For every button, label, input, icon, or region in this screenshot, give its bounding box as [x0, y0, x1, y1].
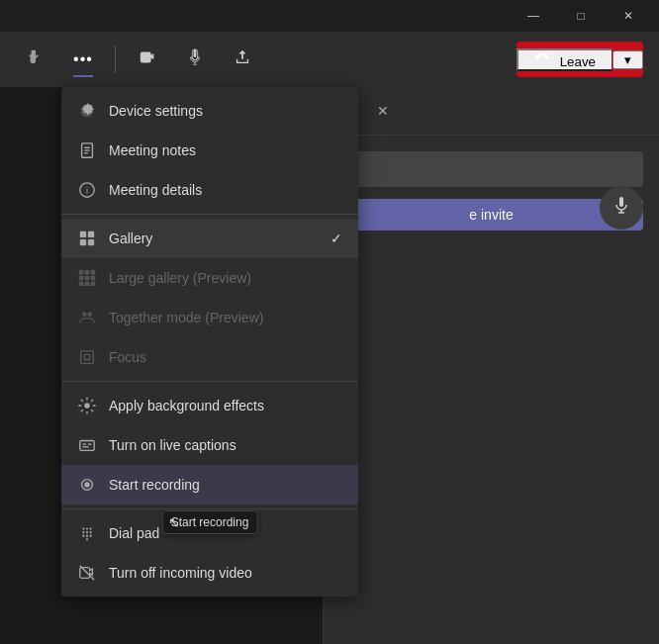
menu-item-focus: Focus [61, 337, 358, 377]
svg-rect-0 [194, 48, 197, 56]
background-effects-icon [77, 396, 97, 415]
svg-rect-10 [80, 231, 86, 237]
side-panel: ••• ✕ e invite [323, 87, 659, 644]
close-button[interactable]: ✕ [606, 0, 651, 32]
svg-rect-20 [79, 282, 84, 287]
video-icon [139, 48, 156, 71]
svg-rect-14 [79, 270, 84, 275]
svg-rect-12 [80, 239, 86, 245]
toolbar: ••• [0, 32, 659, 87]
svg-point-23 [82, 312, 87, 317]
focus-label: Focus [109, 349, 342, 365]
menu-item-device-settings[interactable]: Device settings [61, 91, 358, 131]
menu-divider-8 [61, 381, 358, 382]
svg-rect-25 [81, 351, 94, 364]
menu-item-meeting-details[interactable]: iMeeting details [61, 170, 358, 210]
svg-rect-28 [80, 441, 94, 451]
meeting-details-icon: i [77, 180, 97, 200]
svg-rect-13 [88, 239, 94, 245]
video-button[interactable] [128, 40, 167, 79]
svg-rect-22 [91, 282, 96, 287]
mic-button[interactable] [175, 40, 215, 79]
menu-item-turn-off-video[interactable]: Turn off incoming video [61, 553, 358, 593]
svg-rect-15 [85, 270, 90, 275]
more-icon: ••• [73, 50, 93, 68]
panel-mic-button[interactable] [600, 186, 643, 230]
menu-divider-3 [61, 214, 358, 215]
menu-item-large-gallery: Large gallery (Preview) [61, 258, 358, 298]
svg-rect-19 [91, 276, 96, 281]
large-gallery-icon [77, 268, 97, 288]
start-recording-tooltip: Start recording [162, 510, 258, 534]
phone-icon [534, 54, 554, 69]
svg-rect-16 [91, 270, 96, 275]
svg-point-37 [82, 531, 84, 533]
svg-point-40 [82, 535, 84, 537]
menu-item-background-effects[interactable]: Apply background effects [61, 386, 358, 425]
together-mode-label: Together mode (Preview) [109, 310, 342, 325]
gallery-label: Gallery [109, 230, 342, 246]
svg-point-41 [86, 535, 88, 537]
more-button[interactable]: ••• [63, 40, 103, 79]
start-recording-label: Start recording [109, 477, 342, 493]
menu-item-meeting-notes[interactable]: Meeting notes [61, 131, 358, 170]
panel-mic-icon [612, 196, 631, 221]
turn-off-video-label: Turn off incoming video [109, 565, 342, 581]
share-icon [234, 48, 251, 71]
svg-point-42 [90, 535, 92, 537]
menu-item-start-recording[interactable]: Start recordingStart recording [61, 465, 358, 505]
svg-point-24 [87, 312, 92, 317]
dropdown-menu: Device settingsMeeting notesiMeeting det… [61, 87, 358, 597]
dial-pad-icon [77, 523, 97, 543]
svg-point-34 [82, 527, 84, 529]
leave-main-button[interactable]: Leave [517, 48, 612, 71]
svg-rect-26 [84, 354, 89, 359]
svg-point-27 [84, 403, 89, 408]
invite-bar [339, 151, 643, 187]
menu-item-live-captions[interactable]: Turn on live captions [61, 425, 358, 465]
maximize-button[interactable]: □ [558, 0, 604, 32]
separator-1 [115, 46, 116, 73]
share-button[interactable] [223, 40, 262, 79]
svg-point-38 [86, 531, 88, 533]
menu-divider-12 [61, 508, 358, 509]
device-settings-label: Device settings [109, 103, 342, 119]
menu-item-gallery[interactable]: Gallery✓ [61, 219, 358, 258]
gallery-checkmark: ✓ [330, 230, 342, 246]
svg-text:i: i [86, 186, 88, 196]
leave-arrow-button[interactable]: ▾ [612, 50, 643, 69]
turn-off-video-icon [77, 563, 97, 583]
live-captions-label: Turn on live captions [109, 437, 342, 453]
floating-mic [600, 186, 643, 230]
chevron-down-icon: ▾ [624, 52, 631, 67]
svg-rect-21 [85, 282, 90, 287]
hand-icon [27, 48, 45, 71]
copy-invite-button[interactable]: e invite [339, 199, 643, 230]
svg-point-35 [86, 527, 88, 529]
leave-label: Leave [560, 54, 596, 69]
mic-icon [186, 48, 204, 71]
together-mode-icon [77, 308, 97, 327]
svg-rect-1 [619, 197, 623, 207]
svg-point-33 [84, 482, 89, 487]
live-captions-icon [77, 435, 97, 455]
svg-point-39 [90, 531, 92, 533]
background-effects-label: Apply background effects [109, 398, 342, 414]
gallery-icon [77, 229, 97, 248]
raise-hand-button[interactable] [16, 40, 55, 79]
leave-button-group: Leave ▾ [517, 42, 643, 77]
minimize-button[interactable]: — [511, 0, 556, 32]
svg-rect-18 [85, 276, 90, 281]
device-settings-icon [77, 101, 97, 121]
svg-rect-17 [79, 276, 84, 281]
start-recording-icon [77, 475, 97, 495]
menu-item-together-mode: Together mode (Preview) [61, 298, 358, 337]
svg-point-36 [90, 527, 92, 529]
large-gallery-label: Large gallery (Preview) [109, 270, 342, 286]
focus-icon [77, 347, 97, 367]
meeting-details-label: Meeting details [109, 182, 342, 198]
title-bar: — □ ✕ [0, 0, 659, 32]
svg-rect-11 [88, 231, 94, 237]
panel-close-icon[interactable]: ✕ [371, 99, 395, 123]
meeting-notes-icon [77, 140, 97, 160]
